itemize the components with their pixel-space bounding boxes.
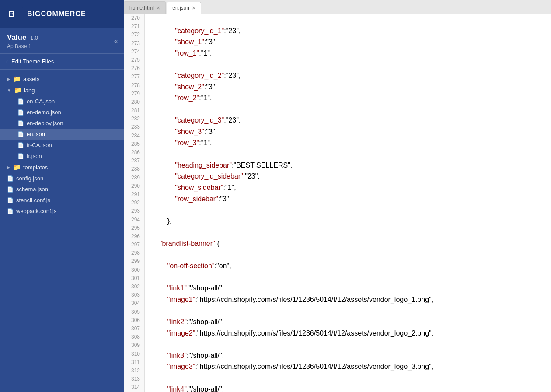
line-number: 286 bbox=[128, 148, 140, 157]
code-line: "on-off-section":"on", bbox=[152, 260, 551, 272]
line-number: 298 bbox=[128, 249, 140, 257]
tree-item-en-demo.json[interactable]: 📄en-demo.json bbox=[0, 107, 124, 118]
tree-item-assets[interactable]: ▶📁assets bbox=[0, 73, 124, 84]
file-label: schema.json bbox=[16, 186, 48, 192]
line-number: 287 bbox=[128, 157, 140, 165]
collapse-button[interactable]: « bbox=[114, 37, 118, 45]
folder-label: assets bbox=[23, 76, 40, 82]
code-editor[interactable]: 2702712722732742752762772782792802812822… bbox=[124, 14, 551, 392]
line-number: 313 bbox=[128, 375, 140, 383]
tabs-bar: home.html×en.json× bbox=[124, 0, 551, 14]
store-sub-label: Ap Base 1 bbox=[7, 43, 31, 49]
code-content[interactable]: "category_id_1":"23", "show_1":"3", "row… bbox=[145, 14, 551, 392]
code-line: }, bbox=[152, 216, 551, 227]
code-line: "link4":"/shop-all/", bbox=[152, 384, 551, 392]
file-label: config.json bbox=[16, 175, 43, 182]
tree-item-en-CA.json[interactable]: 📄en-CA.json bbox=[0, 96, 124, 107]
line-number: 291 bbox=[128, 190, 140, 199]
file-icon: 📄 bbox=[7, 186, 14, 192]
line-number: 289 bbox=[128, 174, 140, 182]
line-number: 290 bbox=[128, 182, 140, 190]
file-label: webpack.conf.js bbox=[16, 208, 57, 214]
code-line: "row_3":"1", bbox=[152, 137, 551, 149]
code-line: "row_1":"1", bbox=[152, 48, 551, 59]
tab-home.html[interactable]: home.html× bbox=[124, 1, 166, 14]
line-number: 308 bbox=[128, 333, 140, 341]
tree-item-webpack.conf.js[interactable]: 📄webpack.conf.js bbox=[0, 206, 124, 217]
line-number: 277 bbox=[128, 73, 140, 81]
tree-item-en.json[interactable]: 📄en.json bbox=[0, 129, 124, 140]
code-container: 2702712722732742752762772782792802812822… bbox=[124, 14, 551, 392]
file-icon: 📄 bbox=[17, 120, 24, 126]
line-number: 309 bbox=[128, 341, 140, 350]
file-icon: 📄 bbox=[7, 175, 14, 182]
file-label: stencil.conf.js bbox=[16, 197, 50, 203]
code-line bbox=[152, 104, 551, 115]
brand-name: BIGCOMMERCE bbox=[27, 10, 86, 18]
code-line: "category_id_2":"23", bbox=[152, 70, 551, 81]
code-line bbox=[152, 372, 551, 384]
store-version: 1.0 bbox=[30, 35, 38, 41]
tab-close-button[interactable]: × bbox=[192, 5, 195, 11]
chevron-icon: ▶ bbox=[7, 165, 10, 170]
line-number: 275 bbox=[128, 56, 140, 64]
file-label: fr.json bbox=[27, 153, 42, 159]
line-numbers: 2702712722732742752762772782792802812822… bbox=[124, 14, 145, 392]
chevron-left-icon: ‹ bbox=[6, 59, 8, 65]
file-tree: ▶📁assets▼📁lang📄en-CA.json📄en-demo.json📄e… bbox=[0, 70, 124, 392]
code-line: "show_2":"3", bbox=[152, 81, 551, 93]
tree-item-stencil.conf.js[interactable]: 📄stencil.conf.js bbox=[0, 195, 124, 206]
file-icon: 📄 bbox=[17, 109, 24, 116]
line-number: 314 bbox=[128, 383, 140, 392]
file-label: fr-CA.json bbox=[27, 142, 52, 148]
line-number: 274 bbox=[128, 48, 140, 56]
code-line: "category_id_3":"23", bbox=[152, 115, 551, 126]
folder-label: lang bbox=[24, 87, 35, 94]
tab-label: home.html bbox=[129, 5, 154, 11]
code-line bbox=[152, 227, 551, 238]
sidebar-header: B BIGCOMMERCE bbox=[0, 0, 124, 28]
code-line: "show_sidebar":"1", bbox=[152, 182, 551, 193]
code-line: "link1":"/shop-all/", bbox=[152, 283, 551, 294]
store-name-label: Value bbox=[7, 33, 26, 42]
file-icon: 📄 bbox=[17, 142, 24, 148]
line-number: 300 bbox=[128, 266, 140, 274]
line-number: 285 bbox=[128, 140, 140, 148]
line-number: 310 bbox=[128, 350, 140, 358]
tab-label: en.json bbox=[172, 5, 189, 11]
line-number: 303 bbox=[128, 291, 140, 299]
code-line: "category_id_1":"23", bbox=[152, 25, 551, 37]
tree-item-schema.json[interactable]: 📄schema.json bbox=[0, 184, 124, 195]
bigcommerce-logo-icon: B bbox=[7, 6, 23, 22]
tab-en.json[interactable]: en.json× bbox=[167, 2, 201, 14]
tree-item-fr-CA.json[interactable]: 📄fr-CA.json bbox=[0, 140, 124, 150]
file-icon: 📄 bbox=[7, 197, 14, 203]
file-label: en-deploy.json bbox=[27, 120, 63, 126]
tree-item-lang[interactable]: ▼📁lang bbox=[0, 84, 124, 96]
line-number: 283 bbox=[128, 123, 140, 131]
code-line bbox=[152, 339, 551, 350]
code-line: "link2":"/shop-all/", bbox=[152, 316, 551, 328]
line-number: 301 bbox=[128, 274, 140, 283]
folder-icon: 📁 bbox=[14, 87, 21, 94]
tree-item-fr.json[interactable]: 📄fr.json bbox=[0, 150, 124, 161]
line-number: 278 bbox=[128, 81, 140, 90]
line-number: 280 bbox=[128, 98, 140, 106]
line-number: 276 bbox=[128, 64, 140, 73]
code-line: "brandlist-banner":{ bbox=[152, 238, 551, 249]
tree-item-config.json[interactable]: 📄config.json bbox=[0, 173, 124, 184]
chevron-icon: ▶ bbox=[7, 77, 10, 81]
line-number: 272 bbox=[128, 31, 140, 39]
line-number: 296 bbox=[128, 232, 140, 241]
file-icon: 📄 bbox=[17, 98, 24, 105]
tree-item-templates[interactable]: ▶📁templates bbox=[0, 161, 124, 173]
file-icon: 📄 bbox=[17, 153, 24, 159]
code-line bbox=[152, 305, 551, 316]
tree-item-en-deploy.json[interactable]: 📄en-deploy.json bbox=[0, 118, 124, 129]
code-line bbox=[152, 272, 551, 283]
line-number: 307 bbox=[128, 325, 140, 333]
edit-theme-label[interactable]: ‹ Edit Theme Files bbox=[6, 58, 118, 65]
edit-theme-section: ‹ Edit Theme Files bbox=[0, 54, 124, 70]
code-line: "image3":"https://cdn.shopify.com/s/file… bbox=[152, 361, 551, 372]
tab-close-button[interactable]: × bbox=[157, 5, 160, 11]
